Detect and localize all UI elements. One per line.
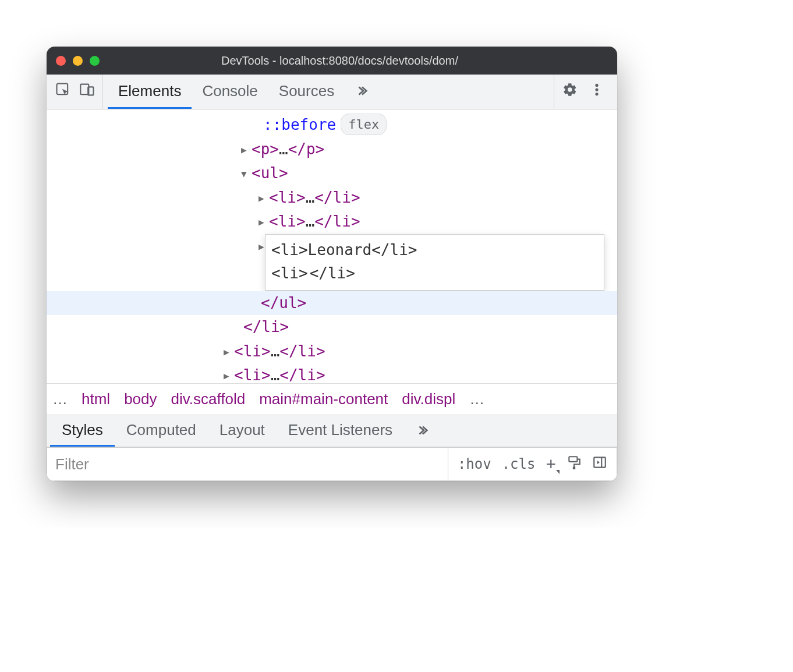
- subtabs-overflow-icon[interactable]: [404, 415, 440, 447]
- inspect-element-icon[interactable]: [55, 82, 71, 102]
- breadcrumb-item[interactable]: body: [124, 390, 157, 408]
- main-tabs: Elements Console Sources: [108, 75, 549, 109]
- kebab-menu-icon[interactable]: [589, 82, 604, 101]
- close-window-button[interactable]: [56, 56, 66, 66]
- dom-tree[interactable]: ::beforeflex ▶<p>…</p> ▼<ul> ▶<li>…</li>…: [47, 109, 617, 383]
- breadcrumb-item[interactable]: main#main-content: [259, 390, 388, 408]
- subtab-styles[interactable]: Styles: [50, 415, 115, 447]
- svg-point-4: [595, 88, 598, 91]
- dom-node-ul-open[interactable]: ▼<ul>: [47, 161, 617, 186]
- html-edit-box[interactable]: <li>Leonard</li> <li></li>: [265, 234, 604, 291]
- dom-node-li-3[interactable]: ▶<li>…</li>: [47, 339, 617, 364]
- breadcrumb-item[interactable]: div.displ: [402, 390, 455, 408]
- device-toolbar-icon[interactable]: [79, 82, 95, 102]
- dom-breadcrumb[interactable]: … html body div.scaffold main#main-conte…: [47, 383, 617, 415]
- edit-line-1: <li>Leonard</li>: [271, 238, 598, 261]
- dom-node-outer-li-close[interactable]: </li>: [47, 315, 617, 339]
- dom-node-li-2[interactable]: ▶<li>…</li>: [47, 210, 617, 234]
- svg-point-5: [595, 93, 598, 96]
- svg-rect-6: [569, 457, 577, 462]
- subtab-event-listeners[interactable]: Event Listeners: [277, 415, 404, 447]
- text-cursor: [309, 264, 309, 281]
- svg-point-3: [595, 84, 598, 87]
- svg-rect-7: [573, 466, 575, 469]
- expand-arrow-icon[interactable]: ▶: [259, 215, 269, 230]
- tabs-overflow-icon[interactable]: [345, 75, 378, 109]
- collapse-arrow-icon[interactable]: ▼: [241, 167, 252, 182]
- minimize-window-button[interactable]: [73, 56, 83, 66]
- dom-node-p[interactable]: ▶<p>…</p>: [47, 137, 617, 162]
- flex-badge[interactable]: flex: [341, 114, 387, 135]
- devtools-window: DevTools - localhost:8080/docs/devtools/…: [47, 47, 617, 481]
- styles-filter-input[interactable]: [47, 447, 448, 481]
- paint-icon[interactable]: [567, 455, 582, 474]
- expand-arrow-icon[interactable]: ▶: [259, 191, 269, 206]
- edit-line-2: <li></li>: [271, 261, 598, 285]
- panel-toggle-icon[interactable]: [592, 455, 607, 474]
- hov-toggle[interactable]: :hov: [458, 456, 491, 472]
- expand-arrow-icon[interactable]: ▶: [241, 143, 252, 158]
- tab-sources[interactable]: Sources: [268, 75, 345, 109]
- dom-node-ul-close[interactable]: </ul>: [47, 291, 617, 316]
- window-title: DevTools - localhost:8080/docs/devtools/…: [109, 54, 617, 68]
- svg-rect-0: [57, 84, 68, 95]
- subtab-computed[interactable]: Computed: [115, 415, 208, 447]
- main-toolbar: Elements Console Sources: [47, 75, 617, 109]
- styles-subtabs: Styles Computed Layout Event Listeners: [47, 415, 617, 447]
- tab-console[interactable]: Console: [192, 75, 268, 109]
- settings-icon[interactable]: [562, 82, 578, 101]
- new-style-rule-button[interactable]: +: [546, 455, 556, 473]
- styles-filter-row: :hov .cls +: [47, 447, 617, 481]
- traffic-lights: [47, 56, 109, 66]
- dom-node-li-1[interactable]: ▶<li>…</li>: [47, 186, 617, 210]
- toolbar-left-icons: [51, 75, 103, 109]
- dom-node-pseudo-before[interactable]: ::beforeflex: [47, 113, 617, 137]
- titlebar: DevTools - localhost:8080/docs/devtools/…: [47, 47, 617, 75]
- subtab-layout[interactable]: Layout: [208, 415, 277, 447]
- dom-node-li-4[interactable]: ▶<li>…</li>: [47, 363, 617, 383]
- breadcrumb-item[interactable]: div.scaffold: [171, 390, 246, 408]
- expand-arrow-icon[interactable]: ▶: [224, 345, 234, 360]
- styles-filter-actions: :hov .cls +: [448, 447, 617, 481]
- breadcrumb-item[interactable]: html: [82, 390, 110, 408]
- cls-toggle[interactable]: .cls: [502, 456, 536, 472]
- breadcrumb-right-ellipsis[interactable]: …: [469, 390, 484, 408]
- toolbar-right-icons: [554, 75, 613, 109]
- tab-elements[interactable]: Elements: [108, 75, 192, 109]
- expand-arrow-icon[interactable]: ▶: [224, 369, 234, 383]
- maximize-window-button[interactable]: [90, 56, 100, 66]
- breadcrumb-left-ellipsis[interactable]: …: [52, 390, 68, 408]
